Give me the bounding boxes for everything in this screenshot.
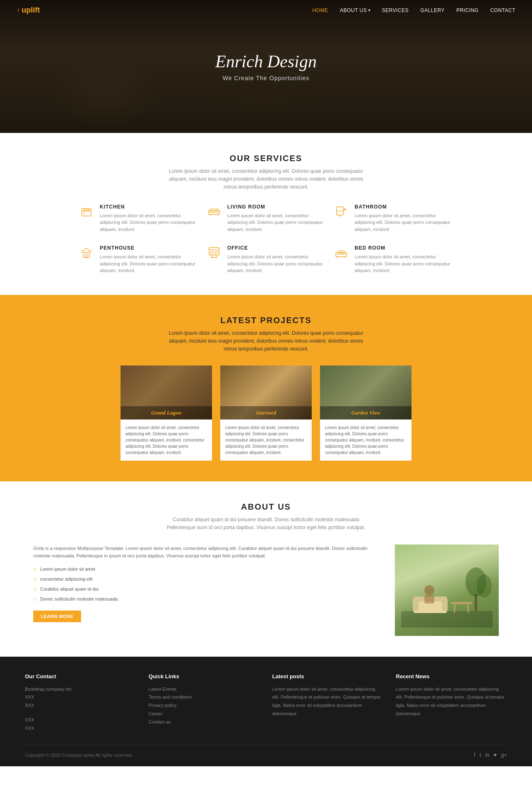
project-title-2: Interiord <box>256 410 276 416</box>
nav-item-contact[interactable]: CONTACT <box>490 7 515 13</box>
svg-rect-29 <box>342 250 344 254</box>
footer-link-career[interactable]: Career <box>149 710 260 718</box>
svg-point-41 <box>424 585 434 595</box>
nav-item-services[interactable]: SERVICES <box>382 7 409 13</box>
footer-contact-col: Our Contact Bootstrap company Inc XXX XX… <box>25 673 136 733</box>
nav-link-about[interactable]: ABOUT US <box>340 7 367 13</box>
office-title: OFFICE <box>227 245 326 251</box>
penthouse-desc: Lorem ipsum dolor sit amet, consectetur … <box>100 253 198 274</box>
nav-link-contact[interactable]: CONTACT <box>490 7 515 13</box>
service-kitchen: KITCHEN Lorem ipsum dolor sit amet, cons… <box>79 204 198 233</box>
social-facebook[interactable]: f <box>474 752 475 758</box>
bathroom-desc: Lorem ipsum dolor sit amet, consectetur … <box>355 212 453 233</box>
hero-title: Enrich Design <box>215 52 317 71</box>
social-twitter[interactable]: t <box>480 752 481 758</box>
bathroom-info: BATHROOM Lorem ipsum dolor sit amet, con… <box>355 204 453 233</box>
footer-posts-col: Latest posts Lorem ipsum dolor sit amet,… <box>272 673 384 733</box>
bedroom-desc: Lorem ipsum dolor sit amet, consectetur … <box>355 253 453 274</box>
svg-rect-0 <box>82 211 91 216</box>
footer-contact-title: Our Contact <box>25 673 136 680</box>
footer-posts-text: Lorem ipsum dolor sit amet, consectetur … <box>272 685 384 718</box>
social-google[interactable]: g+ <box>501 752 507 758</box>
projects-section: LATEST PROJECTS Lorem ipsum dolor sit am… <box>0 295 532 482</box>
project-title-1: Grand Lagon <box>151 410 182 416</box>
penthouse-title: PENTHOUSE <box>100 245 198 251</box>
office-icon <box>207 245 222 260</box>
nav-links: HOME ABOUT US SERVICES GALLERY PRICING C… <box>313 7 515 13</box>
logo[interactable]: ↑ uplift <box>17 6 40 15</box>
penthouse-icon <box>79 245 94 260</box>
nav-link-services[interactable]: SERVICES <box>382 7 409 13</box>
services-title: OUR SERVICES <box>17 154 515 163</box>
svg-rect-44 <box>475 594 477 611</box>
svg-rect-33 <box>401 611 493 628</box>
bedroom-info: BED ROOM Lorem ipsum dolor sit amet, con… <box>355 245 453 274</box>
living-icon <box>207 204 222 219</box>
service-living: LIVING ROOM Lorem ipsum dolor sit amet, … <box>207 204 326 233</box>
about-body: Grids is a responsive Multipurpose Templ… <box>33 545 378 560</box>
project-image-2: Interiord <box>220 366 312 419</box>
projects-description: Lorem ipsum dolor sit amet, consectetur … <box>162 329 370 353</box>
footer-link-terms[interactable]: Terms and conditions <box>149 693 260 702</box>
about-title: ABOUT US <box>33 502 499 512</box>
footer-copyright: Copyright © 2020 Company name All rights… <box>25 753 133 758</box>
footer-posts-title: Latest posts <box>272 673 384 680</box>
nav-link-gallery[interactable]: GALLERY <box>420 7 445 13</box>
svg-rect-25 <box>211 251 213 253</box>
nav-item-home[interactable]: HOME <box>313 7 328 13</box>
hero-subtitle: We Create The Opportunities <box>215 75 317 81</box>
bathroom-title: BATHROOM <box>355 204 453 210</box>
nav-item-gallery[interactable]: GALLERY <box>420 7 445 13</box>
footer-link-events[interactable]: Latest Events <box>149 685 260 694</box>
about-description: Curabitur aliquet quam id dui posuere bl… <box>162 516 370 532</box>
nav-link-pricing[interactable]: PRICING <box>456 7 479 13</box>
footer-link-privacy[interactable]: Privacy policy <box>149 702 260 710</box>
penthouse-info: PENTHOUSE Lorem ipsum dolor sit amet, co… <box>100 245 198 274</box>
footer-contact-line-2: XXX <box>25 693 136 702</box>
nav-link-home[interactable]: HOME <box>313 7 328 13</box>
footer-grid: Our Contact Bootstrap company Inc XXX XX… <box>25 673 507 733</box>
kitchen-desc: Lorem ipsum dolor sit amet, consectetur … <box>100 212 198 233</box>
project-card-2[interactable]: Interiord Lorem ipsum dolor sit amet, co… <box>220 366 312 461</box>
svg-rect-42 <box>424 595 434 603</box>
footer-link-contact[interactable]: Contact us <box>149 718 260 726</box>
svg-line-39 <box>454 604 455 613</box>
service-penthouse: PENTHOUSE Lorem ipsum dolor sit amet, co… <box>79 245 198 274</box>
project-label-2: Interiord <box>220 406 312 419</box>
about-text: Grids is a responsive Multipurpose Templ… <box>33 545 378 622</box>
svg-rect-36 <box>413 599 419 611</box>
project-card-3[interactable]: Garden View Lorem ipsum dolor sit amet, … <box>320 366 411 461</box>
svg-point-3 <box>86 209 87 210</box>
project-title-3: Garden View <box>351 410 380 416</box>
kitchen-icon <box>79 204 94 219</box>
nav-item-about[interactable]: ABOUT US <box>340 7 370 13</box>
social-heart[interactable]: ♥ <box>493 752 497 758</box>
social-linkedin[interactable]: in <box>485 752 489 758</box>
project-card-1[interactable]: Grand Lagon Lorem ipsum dolor sit amet, … <box>121 366 212 461</box>
living-desc: Lorem ipsum dolor sit amet, consectetur … <box>227 212 326 233</box>
nav-item-pricing[interactable]: PRICING <box>456 7 479 13</box>
svg-rect-38 <box>451 602 472 604</box>
footer-news-text: Lorem ipsum dolor sit amet, consectetur … <box>396 685 507 718</box>
service-bedroom: BED ROOM Lorem ipsum dolor sit amet, con… <box>334 245 453 274</box>
project-label-1: Grand Lagon <box>121 406 212 419</box>
project-body-2: Lorem ipsum dolor sit amet, consectetur … <box>220 419 312 461</box>
svg-point-4 <box>88 209 89 210</box>
project-desc-2: Lorem ipsum dolor sit amet, consectetur … <box>225 424 307 456</box>
project-desc-3: Lorem ipsum dolor sit amet, consectetur … <box>325 424 406 456</box>
office-info: OFFICE Lorem ipsum dolor sit amet, conse… <box>227 245 326 274</box>
learn-more-button[interactable]: LEARN MORE <box>33 611 81 622</box>
navbar: ↑ uplift HOME ABOUT US SERVICES GALLERY … <box>0 0 532 20</box>
living-title: LIVING ROOM <box>227 204 326 210</box>
hero-content: Enrich Design We Create The Opportunitie… <box>215 52 317 81</box>
bedroom-icon <box>334 245 349 260</box>
projects-grid: Grand Lagon Lorem ipsum dolor sit amet, … <box>121 366 411 461</box>
svg-rect-16 <box>84 253 89 258</box>
footer-links-col: Quick Links Latest Events Terms and cond… <box>149 673 260 733</box>
footer-contact-line-5: XXX <box>25 724 136 733</box>
svg-rect-28 <box>338 250 341 254</box>
project-body-3: Lorem ipsum dolor sit amet, consectetur … <box>320 419 411 461</box>
about-image-placeholder <box>395 545 499 636</box>
about-content: Grids is a responsive Multipurpose Templ… <box>33 545 499 636</box>
footer-contact-line-4: XXX <box>25 716 136 724</box>
